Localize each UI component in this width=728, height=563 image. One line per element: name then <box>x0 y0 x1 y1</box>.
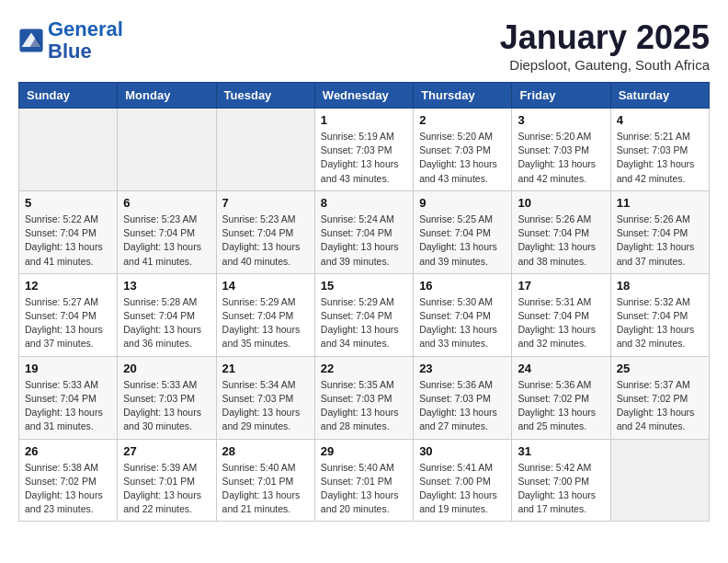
location: Diepsloot, Gauteng, South Africa <box>500 57 710 73</box>
day-info: Sunrise: 5:40 AM Sunset: 7:01 PM Dayligh… <box>321 461 407 517</box>
weekday-header: Sunday <box>19 83 118 109</box>
day-info: Sunrise: 5:32 AM Sunset: 7:04 PM Dayligh… <box>617 295 703 351</box>
calendar-week-row: 1Sunrise: 5:19 AM Sunset: 7:03 PM Daylig… <box>19 109 710 191</box>
day-info: Sunrise: 5:26 AM Sunset: 7:04 PM Dayligh… <box>617 213 703 269</box>
day-number: 13 <box>123 279 210 293</box>
calendar-cell: 22Sunrise: 5:35 AM Sunset: 7:03 PM Dayli… <box>314 356 413 439</box>
day-info: Sunrise: 5:31 AM Sunset: 7:04 PM Dayligh… <box>518 295 604 351</box>
day-number: 29 <box>321 444 407 458</box>
weekday-header: Saturday <box>610 83 709 109</box>
day-info: Sunrise: 5:40 AM Sunset: 7:01 PM Dayligh… <box>222 461 309 517</box>
day-number: 25 <box>617 362 703 375</box>
calendar-week-row: 26Sunrise: 5:38 AM Sunset: 7:02 PM Dayli… <box>19 439 710 522</box>
day-info: Sunrise: 5:19 AM Sunset: 7:03 PM Dayligh… <box>321 130 407 186</box>
day-info: Sunrise: 5:29 AM Sunset: 7:04 PM Dayligh… <box>222 295 309 351</box>
calendar-cell: 1Sunrise: 5:19 AM Sunset: 7:03 PM Daylig… <box>314 109 413 191</box>
day-number: 3 <box>518 113 604 127</box>
day-number: 2 <box>419 113 506 127</box>
day-number: 8 <box>321 196 407 210</box>
calendar-cell: 29Sunrise: 5:40 AM Sunset: 7:01 PM Dayli… <box>314 439 413 522</box>
day-info: Sunrise: 5:21 AM Sunset: 7:03 PM Dayligh… <box>617 130 703 186</box>
calendar-cell: 7Sunrise: 5:23 AM Sunset: 7:04 PM Daylig… <box>216 190 314 273</box>
day-number: 27 <box>123 444 210 458</box>
day-number: 20 <box>123 362 210 375</box>
day-info: Sunrise: 5:42 AM Sunset: 7:00 PM Dayligh… <box>518 461 604 517</box>
day-info: Sunrise: 5:29 AM Sunset: 7:04 PM Dayligh… <box>321 295 407 351</box>
calendar-cell: 21Sunrise: 5:34 AM Sunset: 7:03 PM Dayli… <box>216 356 314 439</box>
calendar-cell: 15Sunrise: 5:29 AM Sunset: 7:04 PM Dayli… <box>314 273 413 356</box>
calendar: SundayMondayTuesdayWednesdayThursdayFrid… <box>18 82 710 522</box>
calendar-cell: 20Sunrise: 5:33 AM Sunset: 7:03 PM Dayli… <box>118 356 216 439</box>
calendar-cell: 16Sunrise: 5:30 AM Sunset: 7:04 PM Dayli… <box>414 273 512 356</box>
calendar-cell: 26Sunrise: 5:38 AM Sunset: 7:02 PM Dayli… <box>19 439 118 522</box>
weekday-header: Monday <box>118 83 216 109</box>
day-info: Sunrise: 5:36 AM Sunset: 7:03 PM Dayligh… <box>419 378 506 434</box>
day-number: 16 <box>419 279 506 293</box>
calendar-cell: 25Sunrise: 5:37 AM Sunset: 7:02 PM Dayli… <box>610 356 709 439</box>
day-number: 11 <box>617 196 703 210</box>
day-number: 10 <box>518 196 604 210</box>
day-number: 31 <box>518 444 604 458</box>
day-number: 17 <box>518 279 604 293</box>
calendar-week-row: 5Sunrise: 5:22 AM Sunset: 7:04 PM Daylig… <box>19 190 710 273</box>
day-number: 21 <box>222 362 309 375</box>
logo: General Blue <box>18 18 123 63</box>
day-number: 24 <box>518 362 604 375</box>
page-header: General Blue January 2025 Diepsloot, Gau… <box>18 18 710 73</box>
calendar-cell: 27Sunrise: 5:39 AM Sunset: 7:01 PM Dayli… <box>118 439 216 522</box>
day-info: Sunrise: 5:38 AM Sunset: 7:02 PM Dayligh… <box>25 461 111 517</box>
day-number: 23 <box>419 362 506 375</box>
day-info: Sunrise: 5:23 AM Sunset: 7:04 PM Dayligh… <box>222 213 309 269</box>
day-number: 14 <box>222 279 309 293</box>
day-number: 4 <box>617 113 703 127</box>
day-number: 15 <box>321 279 407 293</box>
calendar-cell: 23Sunrise: 5:36 AM Sunset: 7:03 PM Dayli… <box>414 356 512 439</box>
calendar-cell <box>19 109 118 191</box>
day-info: Sunrise: 5:34 AM Sunset: 7:03 PM Dayligh… <box>222 378 309 434</box>
calendar-cell: 8Sunrise: 5:24 AM Sunset: 7:04 PM Daylig… <box>314 190 413 273</box>
calendar-header-row: SundayMondayTuesdayWednesdayThursdayFrid… <box>19 83 710 109</box>
calendar-cell: 5Sunrise: 5:22 AM Sunset: 7:04 PM Daylig… <box>19 190 118 273</box>
calendar-week-row: 12Sunrise: 5:27 AM Sunset: 7:04 PM Dayli… <box>19 273 710 356</box>
weekday-header: Friday <box>512 83 610 109</box>
calendar-cell: 11Sunrise: 5:26 AM Sunset: 7:04 PM Dayli… <box>610 190 709 273</box>
calendar-cell <box>118 109 216 191</box>
day-number: 22 <box>321 362 407 375</box>
day-number: 7 <box>222 196 309 210</box>
day-number: 9 <box>419 196 506 210</box>
calendar-week-row: 19Sunrise: 5:33 AM Sunset: 7:04 PM Dayli… <box>19 356 710 439</box>
calendar-cell: 28Sunrise: 5:40 AM Sunset: 7:01 PM Dayli… <box>216 439 314 522</box>
day-number: 1 <box>321 113 407 127</box>
day-info: Sunrise: 5:23 AM Sunset: 7:04 PM Dayligh… <box>123 213 210 269</box>
weekday-header: Wednesday <box>314 83 413 109</box>
calendar-cell: 17Sunrise: 5:31 AM Sunset: 7:04 PM Dayli… <box>512 273 610 356</box>
calendar-cell: 9Sunrise: 5:25 AM Sunset: 7:04 PM Daylig… <box>414 190 512 273</box>
calendar-cell: 4Sunrise: 5:21 AM Sunset: 7:03 PM Daylig… <box>610 109 709 191</box>
calendar-cell: 14Sunrise: 5:29 AM Sunset: 7:04 PM Dayli… <box>216 273 314 356</box>
day-info: Sunrise: 5:33 AM Sunset: 7:04 PM Dayligh… <box>25 378 111 434</box>
calendar-cell: 3Sunrise: 5:20 AM Sunset: 7:03 PM Daylig… <box>512 109 610 191</box>
calendar-cell: 13Sunrise: 5:28 AM Sunset: 7:04 PM Dayli… <box>118 273 216 356</box>
day-info: Sunrise: 5:35 AM Sunset: 7:03 PM Dayligh… <box>321 378 407 434</box>
day-number: 30 <box>419 444 506 458</box>
day-info: Sunrise: 5:24 AM Sunset: 7:04 PM Dayligh… <box>321 213 407 269</box>
day-info: Sunrise: 5:39 AM Sunset: 7:01 PM Dayligh… <box>123 461 210 517</box>
weekday-header: Thursday <box>414 83 512 109</box>
day-info: Sunrise: 5:26 AM Sunset: 7:04 PM Dayligh… <box>518 213 604 269</box>
calendar-cell: 18Sunrise: 5:32 AM Sunset: 7:04 PM Dayli… <box>610 273 709 356</box>
calendar-cell <box>216 109 314 191</box>
day-info: Sunrise: 5:36 AM Sunset: 7:02 PM Dayligh… <box>518 378 604 434</box>
weekday-header: Tuesday <box>216 83 314 109</box>
day-info: Sunrise: 5:37 AM Sunset: 7:02 PM Dayligh… <box>617 378 703 434</box>
day-number: 28 <box>222 444 309 458</box>
day-number: 18 <box>617 279 703 293</box>
day-number: 5 <box>25 196 111 210</box>
day-info: Sunrise: 5:25 AM Sunset: 7:04 PM Dayligh… <box>419 213 506 269</box>
calendar-cell <box>610 439 709 522</box>
day-info: Sunrise: 5:27 AM Sunset: 7:04 PM Dayligh… <box>25 295 111 351</box>
day-number: 6 <box>123 196 210 210</box>
calendar-cell: 12Sunrise: 5:27 AM Sunset: 7:04 PM Dayli… <box>19 273 118 356</box>
day-info: Sunrise: 5:22 AM Sunset: 7:04 PM Dayligh… <box>25 213 111 269</box>
day-info: Sunrise: 5:20 AM Sunset: 7:03 PM Dayligh… <box>419 130 506 186</box>
day-number: 26 <box>25 444 111 458</box>
